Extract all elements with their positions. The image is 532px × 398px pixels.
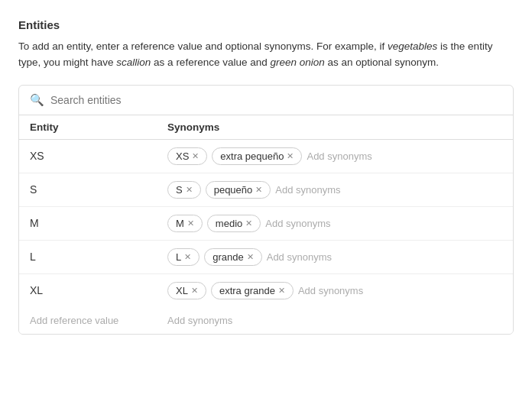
tag-close-button[interactable]: ✕ [278,286,285,295]
entity-value: S [30,183,167,196]
search-input[interactable] [50,94,502,106]
add-reference-row: Add reference value Add synonyms [19,307,513,334]
table-body: XSXS✕extra pequeño✕Add synonymsSS✕pequeñ… [19,140,513,307]
synonyms-cell: XL✕extra grande✕Add synonyms [167,282,502,299]
add-synonyms-footer-placeholder[interactable]: Add synonyms [167,315,502,326]
entity-value: XL [30,284,167,296]
tag-label: S [176,184,183,196]
tag-close-button[interactable]: ✕ [255,186,262,194]
tag-label: extra pequeño [220,150,284,162]
entity-column-header: Entity [30,121,167,133]
synonyms-cell: XS✕extra pequeño✕Add synonyms [167,147,502,165]
add-synonyms-link[interactable]: Add synonyms [275,184,340,196]
table-row: XSXS✕extra pequeño✕Add synonyms [19,140,513,173]
description: To add an entity, enter a reference valu… [18,39,514,71]
synonym-tag: S✕ [167,181,201,199]
tag-close-button[interactable]: ✕ [247,253,254,261]
page-title: Entities [18,18,514,31]
tag-close-button[interactable]: ✕ [192,152,199,160]
table-row: SS✕pequeño✕Add synonyms [19,173,513,207]
synonym-tag: extra pequeño✕ [212,147,302,165]
add-synonyms-link[interactable]: Add synonyms [267,251,332,263]
synonym-tag: pequeño✕ [206,181,271,199]
tag-close-button[interactable]: ✕ [287,152,294,160]
add-synonyms-link[interactable]: Add synonyms [265,218,330,229]
synonym-tag: medio✕ [207,215,261,232]
tag-label: XL [176,285,188,296]
tag-close-button[interactable]: ✕ [186,186,193,194]
tag-label: XS [176,150,189,162]
synonym-tag: grande✕ [204,248,261,266]
synonym-tag: XS✕ [167,147,207,165]
tag-label: L [176,251,181,263]
synonym-tag: M✕ [167,215,203,232]
search-icon: 🔍 [30,93,44,107]
search-bar: 🔍 [19,86,513,115]
entities-container: 🔍 Entity Synonyms XSXS✕extra pequeño✕Add… [18,85,514,335]
tag-label: M [176,218,184,229]
synonyms-cell: M✕medio✕Add synonyms [167,215,502,232]
tag-close-button[interactable]: ✕ [191,286,198,295]
table-row: MM✕medio✕Add synonyms [19,207,513,241]
tag-close-button[interactable]: ✕ [245,219,252,228]
tag-label: extra grande [219,285,275,296]
synonyms-cell: L✕grande✕Add synonyms [167,248,502,266]
tag-close-button[interactable]: ✕ [184,253,191,261]
tag-label: medio [216,218,242,229]
add-synonyms-link[interactable]: Add synonyms [307,150,371,162]
table-row: LL✕grande✕Add synonyms [19,241,513,274]
entity-value: M [30,217,167,229]
synonyms-cell: S✕pequeño✕Add synonyms [167,181,502,199]
synonym-tag: L✕ [167,248,200,266]
synonym-tag: extra grande✕ [211,282,294,299]
add-reference-placeholder[interactable]: Add reference value [30,315,167,326]
tag-close-button[interactable]: ✕ [187,219,194,228]
entity-value: L [30,251,167,263]
add-synonyms-link[interactable]: Add synonyms [298,285,363,296]
tag-label: pequeño [214,184,253,196]
synonyms-column-header: Synonyms [167,121,502,133]
synonym-tag: XL✕ [167,282,206,299]
entity-value: XS [30,150,167,162]
table-row: XLXL✕extra grande✕Add synonyms [19,274,513,307]
tag-label: grande [212,251,243,263]
table-header: Entity Synonyms [19,115,513,140]
